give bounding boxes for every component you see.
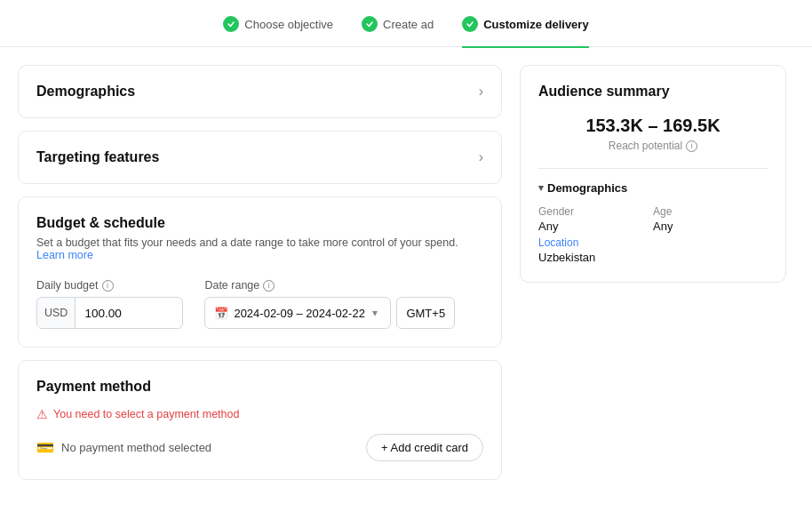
location-value: Uzbekistan bbox=[538, 251, 768, 264]
timezone-badge: GMT+5 bbox=[396, 297, 455, 329]
audience-title: Audience summary bbox=[538, 84, 768, 100]
reach-info-icon[interactable]: i bbox=[686, 140, 697, 152]
step-label-create-ad: Create ad bbox=[383, 18, 434, 31]
check-icon-customize-delivery bbox=[462, 16, 478, 32]
divider bbox=[538, 168, 768, 169]
daily-budget-info-icon[interactable]: i bbox=[102, 280, 114, 292]
gender-value: Any bbox=[538, 220, 653, 233]
no-method-text: No payment method selected bbox=[61, 441, 211, 454]
demographics-title: Demographics bbox=[36, 84, 135, 100]
step-create-ad[interactable]: Create ad bbox=[362, 16, 434, 32]
budget-card: Budget & schedule Set a budget that fits… bbox=[18, 196, 502, 348]
daily-budget-group: Daily budget i USD bbox=[36, 279, 183, 329]
location-label: Location bbox=[538, 236, 768, 249]
age-value: Any bbox=[653, 220, 768, 233]
date-range-info-icon[interactable]: i bbox=[263, 280, 275, 292]
date-range-group: Date range i 📅 2024-02-09 – 2024-02-22 ▾… bbox=[204, 279, 455, 329]
credit-card-icon: 💳 bbox=[36, 439, 54, 456]
location-section: Location Uzbekistan bbox=[538, 236, 768, 264]
payment-warning-text: You need to select a payment method bbox=[53, 408, 239, 420]
warning-icon: ⚠ bbox=[36, 407, 48, 421]
step-label-customize-delivery: Customize delivery bbox=[483, 18, 589, 31]
date-range-chevron: ▾ bbox=[372, 307, 378, 319]
audience-summary-card: Audience summary 153.3K – 169.5K Reach p… bbox=[520, 65, 786, 283]
budget-input-wrap: USD bbox=[36, 297, 183, 329]
no-method-left: 💳 No payment method selected bbox=[36, 439, 211, 456]
age-group: Age Any bbox=[653, 205, 768, 233]
right-column: Audience summary 153.3K – 169.5K Reach p… bbox=[520, 65, 786, 480]
payment-title: Payment method bbox=[36, 379, 151, 395]
reach-label: Reach potential i bbox=[538, 140, 768, 152]
targeting-title: Targeting features bbox=[36, 149, 159, 165]
check-icon-create-ad bbox=[362, 16, 378, 32]
demographics-chevron[interactable]: › bbox=[479, 84, 483, 100]
stepper: Choose objective Create ad Customize del… bbox=[0, 0, 812, 47]
step-choose-objective[interactable]: Choose objective bbox=[223, 16, 333, 32]
budget-input[interactable] bbox=[76, 307, 182, 320]
targeting-header: Targeting features › bbox=[36, 149, 483, 165]
payment-warning: ⚠ You need to select a payment method bbox=[36, 407, 483, 421]
payment-card: Payment method ⚠ You need to select a pa… bbox=[18, 360, 502, 480]
budget-header: Budget & schedule bbox=[36, 215, 483, 231]
gender-label: Gender bbox=[538, 205, 653, 218]
step-customize-delivery[interactable]: Customize delivery bbox=[462, 16, 589, 32]
left-column: Demographics › Targeting features › Budg… bbox=[18, 65, 502, 480]
targeting-card: Targeting features › bbox=[18, 131, 502, 184]
budget-fields: Daily budget i USD Date range i bbox=[36, 279, 483, 329]
demographics-grid: Gender Any Age Any bbox=[538, 205, 768, 233]
age-label: Age bbox=[653, 205, 768, 218]
demographics-section-label: Demographics bbox=[547, 181, 627, 195]
date-range-value: 2024-02-09 – 2024-02-22 bbox=[234, 307, 364, 320]
demographics-card: Demographics › bbox=[18, 65, 502, 118]
date-range-label: Date range i bbox=[204, 279, 455, 292]
targeting-chevron[interactable]: › bbox=[479, 149, 483, 165]
demographics-collapse-icon: ▾ bbox=[538, 182, 544, 194]
payment-header: Payment method bbox=[36, 379, 483, 395]
calendar-icon: 📅 bbox=[214, 307, 228, 320]
demographics-header: Demographics › bbox=[36, 84, 483, 100]
payment-no-method-row: 💳 No payment method selected + Add credi… bbox=[36, 434, 483, 461]
main-content: Demographics › Targeting features › Budg… bbox=[0, 47, 812, 498]
date-range-picker[interactable]: 📅 2024-02-09 – 2024-02-22 ▾ bbox=[204, 297, 391, 329]
budget-title: Budget & schedule bbox=[36, 215, 165, 231]
learn-more-link[interactable]: Learn more bbox=[36, 249, 93, 261]
step-label-choose-objective: Choose objective bbox=[244, 18, 333, 31]
add-credit-card-button[interactable]: + Add credit card bbox=[366, 434, 483, 461]
budget-subtitle: Set a budget that fits your needs and a … bbox=[36, 236, 483, 261]
reach-range: 153.3K – 169.5K bbox=[538, 116, 768, 136]
daily-budget-label: Daily budget i bbox=[36, 279, 183, 292]
gender-group: Gender Any bbox=[538, 205, 653, 233]
currency-label: USD bbox=[37, 298, 76, 328]
check-icon-choose-objective bbox=[223, 16, 239, 32]
demographics-toggle[interactable]: ▾ Demographics bbox=[538, 181, 768, 195]
